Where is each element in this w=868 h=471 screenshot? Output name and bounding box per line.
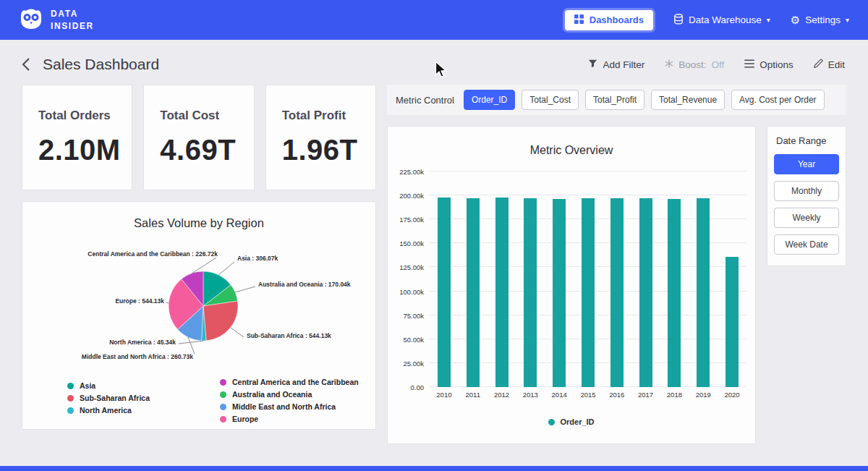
pie-label-line bbox=[231, 328, 244, 337]
legend-dot bbox=[67, 395, 74, 402]
bar-2015[interactable] bbox=[582, 198, 595, 387]
pie-label-north-america: North America : 45.34k bbox=[109, 339, 176, 346]
date-range-button-weekly[interactable]: Weekly bbox=[774, 208, 839, 228]
bar-2013[interactable] bbox=[524, 198, 537, 387]
chevron-down-icon: ▾ bbox=[767, 16, 770, 24]
date-range-button-week-date[interactable]: Week Date bbox=[774, 234, 839, 255]
legend-dot bbox=[220, 391, 226, 398]
pie-legend-item-sub-saharan-africa[interactable]: Sub-Saharan Africa bbox=[67, 394, 213, 402]
metric-button-total-cost[interactable]: Total_Cost bbox=[522, 90, 579, 110]
bar-2016[interactable] bbox=[610, 198, 624, 387]
date-range-button-monthly[interactable]: Monthly bbox=[774, 181, 839, 201]
metric-overview-card: Metric Overview 0.00 25.00k 50.00k 75.00… bbox=[387, 126, 756, 444]
pie-label-line bbox=[188, 337, 195, 354]
pie-legend-item-australia-and-oceania[interactable]: Australia and Oceania bbox=[220, 390, 365, 399]
back-button[interactable] bbox=[22, 58, 30, 71]
options-button[interactable]: Options bbox=[744, 59, 793, 70]
y-tick-label: 225.00k bbox=[399, 168, 424, 176]
bar-column bbox=[430, 171, 459, 387]
pie-legend-item-central-america-and-the-caribbean[interactable]: Central America and the Caribbean bbox=[220, 378, 365, 386]
metric-button-avg-cost-per-order[interactable]: Avg. Cost per Order bbox=[731, 90, 825, 110]
kpi-label: Total Profit bbox=[282, 109, 375, 123]
bar-column bbox=[603, 171, 631, 387]
pencil-icon bbox=[814, 59, 823, 70]
bar-column bbox=[488, 171, 516, 387]
y-tick-label: 25.00k bbox=[403, 359, 424, 367]
bar-chart-plot: 0.00 25.00k 50.00k 75.00k 100.00k 125.00… bbox=[430, 171, 746, 387]
bar-2012[interactable] bbox=[495, 198, 509, 387]
x-tick-label: 2016 bbox=[603, 391, 631, 399]
pie-label-asia: Asia : 306.07k bbox=[237, 255, 278, 262]
bar-2020[interactable] bbox=[726, 257, 739, 387]
bar-chart-title: Metric Overview bbox=[388, 144, 755, 157]
dashboards-button[interactable]: Dashboards bbox=[565, 10, 653, 30]
pie-legend-label: North America bbox=[80, 406, 132, 415]
kpi-card-total-cost: Total Cost 4.69T bbox=[143, 85, 254, 190]
add-filter-label: Add Filter bbox=[603, 59, 644, 70]
boost-flake-icon bbox=[665, 59, 673, 70]
y-tick-label: 150.00k bbox=[399, 239, 424, 247]
bar-column bbox=[660, 171, 689, 387]
bar-chart-legend[interactable]: Order_ID bbox=[388, 417, 755, 426]
gear-icon: ⚙ bbox=[791, 14, 800, 25]
pie-legend-item-middle-east-and-north-africa[interactable]: Middle East and North Africa bbox=[220, 402, 365, 411]
metric-button-order-id[interactable]: Order_ID bbox=[464, 90, 515, 110]
options-label: Options bbox=[760, 59, 793, 70]
pie-label-line bbox=[235, 287, 255, 292]
add-filter-button[interactable]: Add Filter bbox=[588, 59, 644, 70]
bar-2014[interactable] bbox=[553, 199, 566, 387]
pie-chart: Asia : 306.07k Australia and Oceania : 1… bbox=[22, 230, 375, 376]
pie-legend-item-europe[interactable]: Europe bbox=[220, 415, 365, 423]
data-warehouse-menu[interactable]: Data Warehouse ▾ bbox=[673, 14, 770, 27]
metric-control-bar: Metric Control Order_IDTotal_CostTotal_P… bbox=[387, 85, 846, 115]
legend-label-order-id[interactable]: Order_ID bbox=[560, 417, 594, 426]
boost-state: Off bbox=[711, 59, 724, 70]
settings-label: Settings bbox=[805, 14, 841, 25]
x-tick-label: 2013 bbox=[516, 391, 545, 399]
x-tick-label: 2011 bbox=[459, 391, 488, 399]
boost-label: Boost: bbox=[678, 59, 706, 70]
x-tick-label: 2017 bbox=[631, 391, 660, 399]
boost-toggle[interactable]: Boost: Off bbox=[665, 59, 724, 70]
y-tick-label: 175.00k bbox=[399, 216, 424, 224]
bar-chart-x-axis: 2010201120122013201420152016201720182019… bbox=[430, 391, 746, 399]
bar-column bbox=[545, 171, 574, 387]
pie-slice-sub-saharan-africa[interactable] bbox=[203, 301, 238, 341]
filter-funnel-icon bbox=[588, 59, 597, 70]
x-tick-label: 2012 bbox=[488, 391, 516, 399]
kpi-value: 4.69T bbox=[160, 134, 253, 166]
bar-2019[interactable] bbox=[697, 198, 710, 387]
pie-label-line bbox=[179, 341, 204, 344]
pie-label-australia-and-oceania: Australia and Oceania : 170.04k bbox=[258, 281, 351, 288]
metric-button-total-revenue[interactable]: Total_Revenue bbox=[651, 90, 725, 110]
owl-logo-icon bbox=[19, 8, 43, 33]
legend-dot bbox=[220, 404, 226, 410]
chevron-down-icon: ▾ bbox=[846, 16, 849, 24]
y-tick-label: 125.00k bbox=[399, 263, 424, 271]
pie-legend-item-north-america[interactable]: North America bbox=[67, 406, 213, 415]
y-tick-label: 100.00k bbox=[399, 287, 424, 295]
edit-button[interactable]: Edit bbox=[814, 59, 845, 70]
legend-dot bbox=[220, 416, 226, 423]
kpi-label: Total Cost bbox=[160, 109, 253, 123]
date-range-button-year[interactable]: Year bbox=[774, 154, 839, 174]
settings-menu[interactable]: ⚙ Settings ▾ bbox=[791, 14, 849, 25]
x-tick-label: 2014 bbox=[545, 391, 574, 399]
dashboard-header: Sales Dashboard Add Filter Boost: Off Op… bbox=[0, 40, 868, 85]
pie-legend-item-asia[interactable]: Asia bbox=[67, 381, 213, 390]
main-content: Total Orders 2.10M Total Cost 4.69T Tota… bbox=[0, 85, 868, 444]
x-tick-label: 2010 bbox=[430, 391, 459, 399]
date-range-label: Date Range bbox=[776, 135, 839, 146]
kpi-row: Total Orders 2.10M Total Cost 4.69T Tota… bbox=[22, 85, 376, 190]
pie-label-sub-saharan-africa: Sub-Saharan Africa : 544.13k bbox=[247, 332, 331, 339]
bar-2017[interactable] bbox=[639, 198, 652, 387]
bar-2011[interactable] bbox=[467, 198, 480, 387]
kpi-value: 2.10M bbox=[38, 134, 132, 166]
x-tick-label: 2018 bbox=[660, 391, 689, 399]
bar-2018[interactable] bbox=[668, 199, 681, 387]
pie-label-europe: Europe : 544.13k bbox=[115, 297, 164, 305]
pie-legend-label: Australia and Oceania bbox=[232, 390, 312, 399]
metric-button-total-profit[interactable]: Total_Profit bbox=[585, 90, 644, 110]
bar-2010[interactable] bbox=[438, 198, 451, 387]
y-tick-label: 0.00 bbox=[411, 383, 425, 391]
